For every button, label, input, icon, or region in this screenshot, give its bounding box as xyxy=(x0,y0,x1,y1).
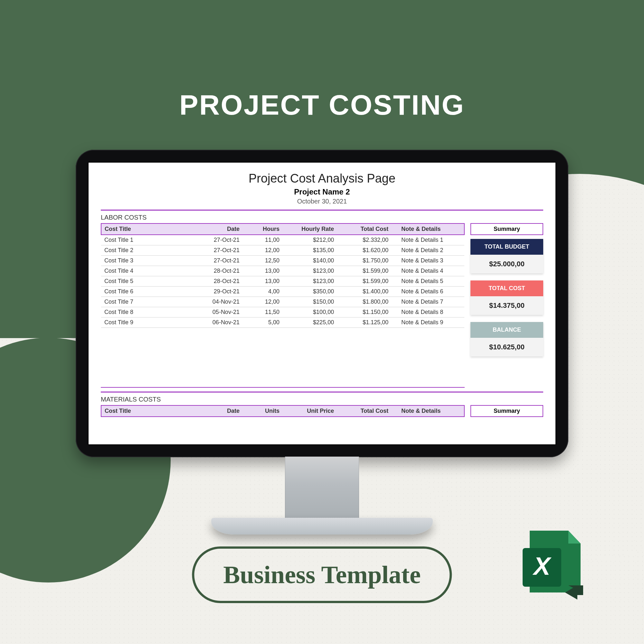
cell-total: $1.150,00 xyxy=(337,307,392,317)
cell-total: $1.800,00 xyxy=(337,297,392,307)
monitor-neck xyxy=(285,457,359,518)
cell-hours: 5,00 xyxy=(243,317,283,328)
cell-hours: 11,00 xyxy=(243,235,283,245)
template-badge: Business Template xyxy=(192,546,452,603)
col-date: Date xyxy=(192,223,243,235)
cell-total: $1.620,00 xyxy=(337,245,392,256)
cell-rate: $150,00 xyxy=(283,297,337,307)
mcol-note: Note & Details xyxy=(392,405,464,417)
divider xyxy=(101,392,543,393)
col-note: Note & Details xyxy=(392,223,464,235)
table-row: Cost Title 428-Oct-2113,00$123,00$1.599,… xyxy=(101,266,464,276)
cell-note: Note & Details 3 xyxy=(392,256,464,266)
cell-total: $1.400,00 xyxy=(337,287,392,297)
summary-header-2: Summary xyxy=(470,405,543,417)
cell-date: 06-Nov-21 xyxy=(192,317,243,328)
cell-date: 04-Nov-21 xyxy=(192,297,243,307)
cell-hours: 11,50 xyxy=(243,307,283,317)
table-spacer xyxy=(101,329,465,388)
cell-total: $2.332,00 xyxy=(337,235,392,245)
cell-date: 05-Nov-21 xyxy=(192,307,243,317)
table-row: Cost Title 127-Oct-2111,00$212,00$2.332,… xyxy=(101,235,464,245)
labor-section-label: LABOR COSTS xyxy=(101,214,543,221)
cell-hours: 13,00 xyxy=(243,276,283,287)
cell-rate: $140,00 xyxy=(283,256,337,266)
cell-hours: 12,50 xyxy=(243,256,283,266)
balance-value: $10.625,00 xyxy=(470,338,543,356)
cell-rate: $135,00 xyxy=(283,245,337,256)
svg-marker-1 xyxy=(568,531,581,544)
cell-rate: $100,00 xyxy=(283,307,337,317)
cell-date: 27-Oct-21 xyxy=(192,235,243,245)
cell-note: Note & Details 8 xyxy=(392,307,464,317)
summary-column: Summary TOTAL BUDGET $25.000,00 TOTAL CO… xyxy=(470,223,543,364)
cell-rate: $123,00 xyxy=(283,266,337,276)
main-heading: PROJECT COSTING xyxy=(0,89,644,121)
cell-date: 27-Oct-21 xyxy=(192,256,243,266)
total-cost-value: $14.375,00 xyxy=(470,296,543,315)
divider xyxy=(101,210,543,211)
total-budget-value: $25.000,00 xyxy=(470,255,543,273)
materials-section-label: MATERIALS COSTS xyxy=(101,396,543,403)
page-title: Project Cost Analysis Page xyxy=(101,172,543,185)
table-row: Cost Title 704-Nov-2112,00$150,00$1.800,… xyxy=(101,297,464,307)
cell-note: Note & Details 5 xyxy=(392,276,464,287)
cell-note: Note & Details 6 xyxy=(392,287,464,297)
mcol-price: Unit Price xyxy=(283,405,337,417)
labor-costs-table: Cost Title Date Hours Hourly Rate Total … xyxy=(101,223,465,328)
excel-file-icon: X xyxy=(520,528,584,603)
cell-hours: 12,00 xyxy=(243,245,283,256)
materials-costs-table: Cost Title Date Units Unit Price Total C… xyxy=(101,405,465,417)
cell-rate: $225,00 xyxy=(283,317,337,328)
cell-title: Cost Title 3 xyxy=(101,256,192,266)
cell-title: Cost Title 4 xyxy=(101,266,192,276)
mcol-units: Units xyxy=(243,405,283,417)
cell-note: Note & Details 7 xyxy=(392,297,464,307)
project-date: October 30, 2021 xyxy=(101,198,543,205)
total-budget-card: TOTAL BUDGET $25.000,00 xyxy=(470,239,543,273)
summary-header: Summary xyxy=(470,223,543,235)
cell-date: 29-Oct-21 xyxy=(192,287,243,297)
cell-hours: 4,00 xyxy=(243,287,283,297)
cell-total: $1.125,00 xyxy=(337,317,392,328)
table-row: Cost Title 528-Oct-2113,00$123,00$1.599,… xyxy=(101,276,464,287)
table-row: Cost Title 629-Oct-214,00$350,00$1.400,0… xyxy=(101,287,464,297)
balance-card: BALANCE $10.625,00 xyxy=(470,322,543,356)
mcol-total: Total Cost xyxy=(337,405,392,417)
cell-note: Note & Details 1 xyxy=(392,235,464,245)
monitor-bezel: Project Cost Analysis Page Project Name … xyxy=(76,150,568,457)
promo-canvas: PROJECT COSTING Project Cost Analysis Pa… xyxy=(0,0,644,644)
col-total: Total Cost xyxy=(337,223,392,235)
template-badge-label: Business Template xyxy=(223,560,421,589)
balance-label: BALANCE xyxy=(470,322,543,338)
cell-title: Cost Title 6 xyxy=(101,287,192,297)
col-rate: Hourly Rate xyxy=(283,223,337,235)
table-row: Cost Title 805-Nov-2111,50$100,00$1.150,… xyxy=(101,307,464,317)
cell-title: Cost Title 7 xyxy=(101,297,192,307)
cell-total: $1.599,00 xyxy=(337,266,392,276)
monitor-mockup: Project Cost Analysis Page Project Name … xyxy=(76,150,568,535)
cell-date: 27-Oct-21 xyxy=(192,245,243,256)
project-name: Project Name 2 xyxy=(101,187,543,196)
col-cost-title: Cost Title xyxy=(101,223,192,235)
cell-note: Note & Details 2 xyxy=(392,245,464,256)
cell-title: Cost Title 1 xyxy=(101,235,192,245)
total-cost-card: TOTAL COST $14.375,00 xyxy=(470,280,543,315)
cell-total: $1.750,00 xyxy=(337,256,392,266)
cell-rate: $350,00 xyxy=(283,287,337,297)
table-row: Cost Title 227-Oct-2112,00$135,00$1.620,… xyxy=(101,245,464,256)
cell-hours: 13,00 xyxy=(243,266,283,276)
cell-note: Note & Details 9 xyxy=(392,317,464,328)
table-row: Cost Title 327-Oct-2112,50$140,00$1.750,… xyxy=(101,256,464,266)
cell-note: Note & Details 4 xyxy=(392,266,464,276)
cell-date: 28-Oct-21 xyxy=(192,266,243,276)
cell-total: $1.599,00 xyxy=(337,276,392,287)
monitor-base xyxy=(211,518,433,535)
labor-table-wrap: Cost Title Date Hours Hourly Rate Total … xyxy=(101,223,465,388)
cell-title: Cost Title 8 xyxy=(101,307,192,317)
cell-title: Cost Title 5 xyxy=(101,276,192,287)
cell-rate: $123,00 xyxy=(283,276,337,287)
total-budget-label: TOTAL BUDGET xyxy=(470,239,543,255)
mcol-cost-title: Cost Title xyxy=(101,405,192,417)
monitor-screen: Project Cost Analysis Page Project Name … xyxy=(88,162,556,445)
